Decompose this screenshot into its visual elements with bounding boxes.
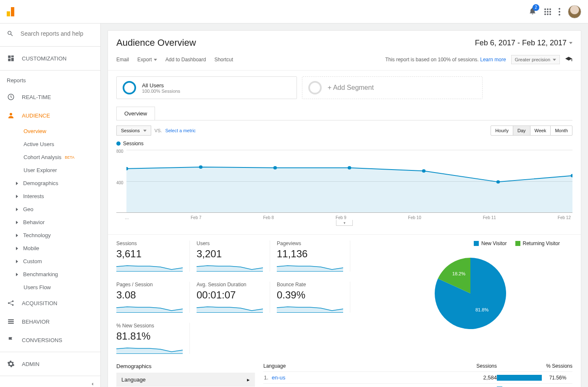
nav-label: AUDIENCE (22, 112, 50, 119)
nav-sub-user-explorer[interactable]: User Explorer (0, 164, 100, 177)
metric-tile[interactable]: Pageviews11,136 (277, 241, 350, 272)
sessions-line-chart: 800 400 (116, 150, 572, 213)
flag-icon (7, 336, 15, 344)
svg-text:81.8%: 81.8% (475, 307, 488, 312)
svg-rect-5 (8, 319, 14, 320)
demo-row-language[interactable]: Language▸ (116, 373, 255, 386)
legend-square-icon (474, 241, 479, 246)
avatar[interactable] (568, 5, 581, 18)
add-dashboard-button[interactable]: Add to Dashboard (165, 57, 206, 63)
language-row[interactable]: 1.en-us2,58471.56% (263, 371, 572, 383)
metric-label: Avg. Session Duration (197, 282, 263, 288)
chart-legend-label: Sessions (123, 141, 144, 146)
metric-tile[interactable]: Sessions3,611 (116, 241, 190, 272)
caret-right-icon (16, 221, 18, 224)
nav-sub-geo[interactable]: Geo (0, 203, 100, 216)
segment-subtitle: 100.00% Sessions (142, 89, 180, 94)
svg-point-1 (10, 113, 12, 115)
nav-sub-custom[interactable]: Custom (0, 255, 100, 268)
caret-right-icon (16, 260, 18, 263)
legend-returning-visitor: Returning Visitor (515, 241, 560, 246)
apps-icon[interactable] (544, 8, 551, 15)
nav-behavior[interactable]: BEHAVIOR (0, 312, 100, 331)
metric-tile[interactable]: % New Sessions81.81% (116, 323, 190, 354)
nav-label: REAL-TIME (22, 94, 51, 100)
svg-point-9 (199, 165, 202, 169)
svg-point-10 (273, 166, 277, 170)
nav-admin[interactable]: ADMIN (0, 355, 100, 373)
language-row[interactable]: 2.en-gb3198.83% (263, 383, 572, 387)
list-icon (7, 317, 15, 326)
nav-sub-benchmarking[interactable]: Benchmarking (0, 268, 100, 281)
caret-right-icon (16, 273, 18, 276)
precision-dropdown[interactable]: Greater precision (511, 55, 560, 64)
nav-sub-behavior[interactable]: Behavior (0, 216, 100, 229)
metric-tile[interactable]: Bounce Rate0.39% (277, 282, 350, 313)
select-metric-link[interactable]: Select a metric (165, 128, 196, 133)
nav-acquisition[interactable]: ACQUISITION (0, 294, 100, 312)
svg-rect-6 (8, 321, 14, 322)
nav-label: ACQUISITION (22, 300, 58, 306)
nav-sub-active-users[interactable]: Active Users (0, 138, 100, 151)
svg-point-13 (496, 180, 500, 183)
metric-value: 3,611 (116, 248, 183, 260)
nav-sub-technology[interactable]: Technology (0, 229, 100, 242)
nav-customization[interactable]: CUSTOMIZATION (0, 49, 100, 68)
grain-hourly[interactable]: Hourly (491, 126, 513, 135)
expand-chart-button[interactable]: ▾ (336, 220, 353, 226)
metric-tile[interactable]: Avg. Session Duration00:01:07 (197, 282, 270, 313)
nav-sub-demographics[interactable]: Demographics (0, 177, 100, 190)
metric-label: Pageviews (277, 241, 343, 246)
page-title: Audience Overview (116, 37, 196, 48)
segment-title: All Users (142, 82, 180, 89)
metric-dropdown[interactable]: Sessions (116, 126, 151, 136)
nav-sub-overview[interactable]: Overview (0, 125, 100, 138)
email-button[interactable]: Email (116, 57, 129, 63)
metric-label: % New Sessions (116, 323, 183, 329)
nav-conversions[interactable]: CONVERSIONS (0, 331, 100, 349)
nav-label: BEHAVIOR (22, 319, 50, 325)
more-icon[interactable] (559, 8, 560, 16)
svg-rect-7 (8, 323, 14, 324)
ga-logo[interactable] (7, 7, 14, 16)
notifications-button[interactable]: 2 (528, 7, 537, 17)
metric-tile[interactable]: Users3,201 (197, 241, 270, 272)
language-link[interactable]: en-us (272, 374, 463, 381)
caret-right-icon (16, 234, 18, 237)
shortcut-button[interactable]: Shortcut (214, 57, 233, 63)
learn-more-link[interactable]: Learn more (480, 57, 506, 63)
add-segment-button[interactable]: + Add Segment (302, 76, 483, 99)
sparkline (277, 303, 343, 313)
sparkline (197, 262, 263, 272)
grain-month[interactable]: Month (551, 126, 572, 135)
search-input[interactable] (21, 30, 94, 37)
metric-value: 81.81% (116, 330, 183, 342)
sparkline (116, 345, 183, 354)
education-icon[interactable] (565, 56, 572, 63)
metric-tile[interactable]: Pages / Session3.08 (116, 282, 190, 313)
demographics-header: Demographics (116, 363, 255, 373)
metric-value: 3.08 (116, 289, 183, 301)
date-range-picker[interactable]: Feb 6, 2017 - Feb 12, 2017 (475, 39, 572, 47)
nav-sub-mobile[interactable]: Mobile (0, 242, 100, 255)
search-icon (7, 29, 14, 38)
svg-text:18.2%: 18.2% (452, 271, 465, 276)
segment-all-users[interactable]: All Users 100.00% Sessions (116, 76, 297, 99)
chevron-down-icon (569, 42, 572, 44)
nav-sub-users-flow[interactable]: Users Flow (0, 281, 100, 294)
nav-sub-cohort[interactable]: Cohort AnalysisBETA (0, 151, 100, 164)
nav-realtime[interactable]: REAL-TIME (0, 88, 100, 106)
svg-point-4 (12, 304, 14, 306)
chevron-left-icon[interactable] (89, 381, 95, 387)
nav-label: CUSTOMIZATION (22, 55, 66, 62)
grain-week[interactable]: Week (530, 126, 551, 135)
segment-circle-icon (308, 81, 322, 94)
grain-day[interactable]: Day (513, 126, 530, 135)
time-grain-selector: Hourly Day Week Month (491, 126, 572, 136)
tab-overview[interactable]: Overview (116, 107, 155, 120)
nav-sub-interests[interactable]: Interests (0, 190, 100, 203)
nav-label: ADMIN (22, 361, 39, 367)
pct-bar (497, 375, 542, 381)
export-button[interactable]: Export (137, 57, 157, 63)
nav-audience[interactable]: AUDIENCE (0, 106, 100, 125)
